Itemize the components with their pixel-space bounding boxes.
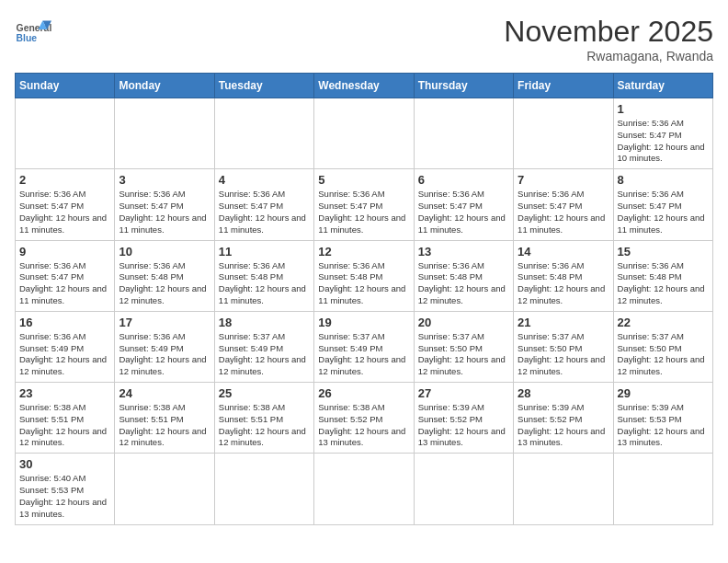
logo: General Blue (15, 15, 51, 52)
day-2: 2 Sunrise: 5:36 AMSunset: 5:47 PMDayligh… (16, 169, 115, 240)
day-26: 26 Sunrise: 5:38 AMSunset: 5:52 PMDaylig… (314, 383, 414, 454)
empty-cell (314, 454, 414, 524)
day-11: 11 Sunrise: 5:36 AMSunset: 5:48 PMDaylig… (214, 240, 313, 311)
col-wednesday: Wednesday (314, 74, 414, 98)
empty-cell (514, 98, 613, 169)
col-tuesday: Tuesday (214, 74, 313, 98)
empty-cell (414, 454, 513, 524)
day-14: 14 Sunrise: 5:36 AMSunset: 5:48 PMDaylig… (514, 240, 613, 311)
empty-cell (16, 98, 115, 169)
col-thursday: Thursday (414, 74, 513, 98)
day-16: 16 Sunrise: 5:36 AMSunset: 5:49 PMDaylig… (16, 311, 115, 382)
col-saturday: Saturday (613, 74, 712, 98)
col-sunday: Sunday (16, 74, 115, 98)
svg-text:Blue: Blue (17, 33, 38, 43)
day-10: 10 Sunrise: 5:36 AMSunset: 5:48 PMDaylig… (115, 240, 214, 311)
day-7: 7 Sunrise: 5:36 AMSunset: 5:47 PMDayligh… (514, 169, 613, 240)
day-18: 18 Sunrise: 5:37 AMSunset: 5:49 PMDaylig… (214, 311, 313, 382)
day-23: 23 Sunrise: 5:38 AMSunset: 5:51 PMDaylig… (16, 383, 115, 454)
location: Rwamagana, Rwanda (504, 49, 713, 63)
day-17: 17 Sunrise: 5:36 AMSunset: 5:49 PMDaylig… (115, 311, 214, 382)
day-24: 24 Sunrise: 5:38 AMSunset: 5:51 PMDaylig… (115, 383, 214, 454)
empty-cell (115, 454, 214, 524)
day-5: 5 Sunrise: 5:36 AMSunset: 5:47 PMDayligh… (314, 169, 414, 240)
day-21: 21 Sunrise: 5:37 AMSunset: 5:50 PMDaylig… (514, 311, 613, 382)
day-4: 4 Sunrise: 5:36 AMSunset: 5:47 PMDayligh… (214, 169, 313, 240)
empty-cell (414, 98, 513, 169)
day-3: 3 Sunrise: 5:36 AMSunset: 5:47 PMDayligh… (115, 169, 214, 240)
empty-cell (115, 98, 214, 169)
empty-cell (613, 454, 712, 524)
day-28: 28 Sunrise: 5:39 AMSunset: 5:52 PMDaylig… (514, 383, 613, 454)
month-title: November 2025 (504, 15, 713, 49)
title-block: November 2025 Rwamagana, Rwanda (504, 15, 713, 63)
day-12: 12 Sunrise: 5:36 AMSunset: 5:48 PMDaylig… (314, 240, 414, 311)
col-monday: Monday (115, 74, 214, 98)
day-20: 20 Sunrise: 5:37 AMSunset: 5:50 PMDaylig… (414, 311, 513, 382)
day-30: 30 Sunrise: 5:40 AMSunset: 5:53 PMDaylig… (16, 454, 115, 524)
col-friday: Friday (514, 74, 613, 98)
day-22: 22 Sunrise: 5:37 AMSunset: 5:50 PMDaylig… (613, 311, 712, 382)
day-6: 6 Sunrise: 5:36 AMSunset: 5:47 PMDayligh… (414, 169, 513, 240)
day-27: 27 Sunrise: 5:39 AMSunset: 5:52 PMDaylig… (414, 383, 513, 454)
day-15: 15 Sunrise: 5:36 AMSunset: 5:48 PMDaylig… (613, 240, 712, 311)
page-header: General Blue November 2025 Rwamagana, Rw… (15, 15, 713, 63)
day-25: 25 Sunrise: 5:38 AMSunset: 5:51 PMDaylig… (214, 383, 313, 454)
day-9: 9 Sunrise: 5:36 AMSunset: 5:47 PMDayligh… (16, 240, 115, 311)
calendar-table: Sunday Monday Tuesday Wednesday Thursday… (15, 73, 713, 525)
day-8: 8 Sunrise: 5:36 AMSunset: 5:47 PMDayligh… (613, 169, 712, 240)
empty-cell (214, 454, 313, 524)
empty-cell (314, 98, 414, 169)
day-19: 19 Sunrise: 5:37 AMSunset: 5:49 PMDaylig… (314, 311, 414, 382)
day-13: 13 Sunrise: 5:36 AMSunset: 5:48 PMDaylig… (414, 240, 513, 311)
logo-icon: General Blue (15, 15, 51, 52)
empty-cell (514, 454, 613, 524)
day-29: 29 Sunrise: 5:39 AMSunset: 5:53 PMDaylig… (613, 383, 712, 454)
empty-cell (214, 98, 313, 169)
day-1: 1 Sunrise: 5:36 AM Sunset: 5:47 PM Dayli… (613, 98, 712, 169)
